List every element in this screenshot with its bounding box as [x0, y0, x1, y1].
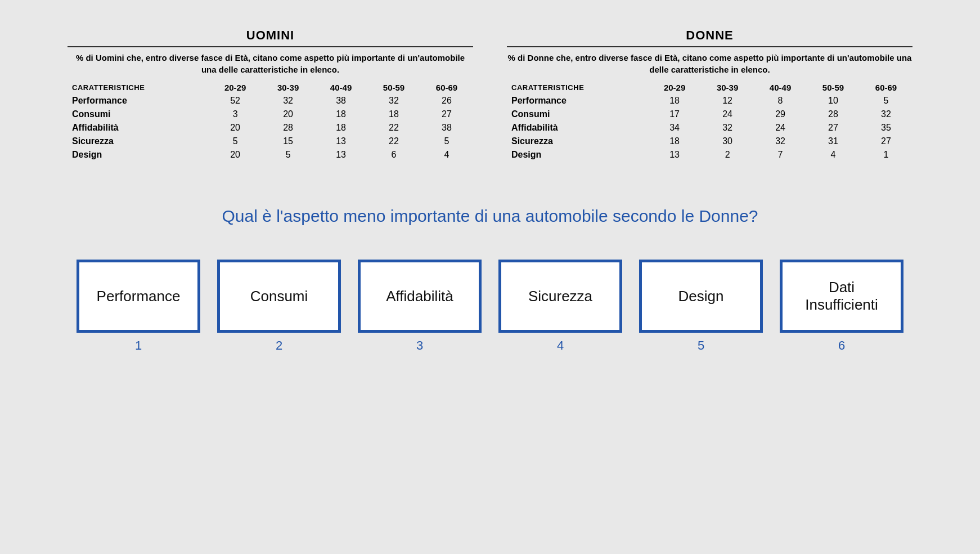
row-v3: 18: [314, 108, 367, 121]
row-v1: 17: [648, 108, 701, 121]
uomini-header-4049: 40-49: [314, 81, 367, 94]
row-v2: 30: [701, 135, 754, 148]
donne-header-3039: 30-39: [701, 81, 754, 94]
table-row: Sicurezza 18 30 32 31 27: [507, 135, 912, 148]
donne-header-caratteristiche: CARATTERISTICHE: [507, 81, 648, 94]
row-v1: 34: [648, 121, 701, 135]
row-v5: 38: [420, 121, 473, 135]
row-v3: 29: [754, 108, 807, 121]
row-v1: 3: [209, 108, 262, 121]
row-v2: 15: [262, 135, 314, 148]
uomini-subtitle: % di Uomini che, entro diverse fasce di …: [68, 52, 473, 75]
row-v5: 27: [420, 108, 473, 121]
answer-button-2[interactable]: Consumi: [217, 260, 341, 333]
uomini-header-6069: 60-69: [420, 81, 473, 94]
table-row: Design 20 5 13 6 4: [68, 148, 473, 162]
row-label: Sicurezza: [507, 135, 648, 148]
answer-item: Design5: [639, 260, 763, 353]
row-v4: 31: [807, 135, 860, 148]
question-section: Qual è l'aspetto meno importante di una …: [68, 207, 912, 226]
donne-header-2029: 20-29: [648, 81, 701, 94]
row-v3: 32: [754, 135, 807, 148]
donne-section: DONNE % di Donne che, entro diverse fasc…: [507, 28, 912, 162]
row-v5: 5: [860, 94, 912, 108]
answer-item: DatiInsufficienti6: [780, 260, 903, 353]
row-v1: 13: [648, 148, 701, 162]
row-label: Affidabilità: [68, 121, 209, 135]
question-text: Qual è l'aspetto meno importante di una …: [68, 207, 912, 226]
answer-number: 4: [557, 338, 564, 353]
uomini-title: UOMINI: [68, 28, 473, 47]
row-v4: 28: [807, 108, 860, 121]
row-label: Performance: [507, 94, 648, 108]
donne-title: DONNE: [507, 28, 912, 47]
row-v1: 5: [209, 135, 262, 148]
row-v5: 26: [420, 94, 473, 108]
row-v2: 28: [262, 121, 314, 135]
row-v5: 5: [420, 135, 473, 148]
answer-item: Consumi2: [217, 260, 341, 353]
answer-button-5[interactable]: Design: [639, 260, 763, 333]
uomini-header-caratteristiche: CARATTERISTICHE: [68, 81, 209, 94]
row-v2: 24: [701, 108, 754, 121]
row-label: Sicurezza: [68, 135, 209, 148]
table-row: Design 13 2 7 4 1: [507, 148, 912, 162]
row-v4: 18: [367, 108, 420, 121]
row-v4: 4: [807, 148, 860, 162]
table-row: Affidabilità 20 28 18 22 38: [68, 121, 473, 135]
row-v5: 35: [860, 121, 912, 135]
row-v3: 18: [314, 121, 367, 135]
table-row: Consumi 17 24 29 28 32: [507, 108, 912, 121]
donne-header-6069: 60-69: [860, 81, 912, 94]
donne-header-5059: 50-59: [807, 81, 860, 94]
table-row: Consumi 3 20 18 18 27: [68, 108, 473, 121]
answers-section: Performance1Consumi2Affidabilità3Sicurez…: [68, 260, 912, 353]
table-row: Performance 18 12 8 10 5: [507, 94, 912, 108]
answer-button-4[interactable]: Sicurezza: [498, 260, 622, 333]
row-label: Design: [68, 148, 209, 162]
row-v3: 13: [314, 135, 367, 148]
table-row: Affidabilità 34 32 24 27 35: [507, 121, 912, 135]
row-v4: 32: [367, 94, 420, 108]
uomini-header-3039: 30-39: [262, 81, 314, 94]
donne-header-4049: 40-49: [754, 81, 807, 94]
tables-wrapper: UOMINI % di Uomini che, entro diverse fa…: [68, 28, 912, 162]
answer-number: 3: [416, 338, 423, 353]
row-label: Consumi: [507, 108, 648, 121]
row-label: Consumi: [68, 108, 209, 121]
row-v4: 27: [807, 121, 860, 135]
answer-item: Performance1: [77, 260, 200, 353]
row-v1: 52: [209, 94, 262, 108]
row-v5: 4: [420, 148, 473, 162]
answer-number: 6: [838, 338, 845, 353]
uomini-header-5059: 50-59: [367, 81, 420, 94]
row-v1: 20: [209, 121, 262, 135]
answer-button-1[interactable]: Performance: [77, 260, 200, 333]
row-v5: 27: [860, 135, 912, 148]
answer-number: 1: [135, 338, 142, 353]
row-v2: 2: [701, 148, 754, 162]
row-v4: 22: [367, 121, 420, 135]
answer-number: 2: [276, 338, 282, 353]
row-v3: 38: [314, 94, 367, 108]
row-v2: 12: [701, 94, 754, 108]
main-container: UOMINI % di Uomini che, entro diverse fa…: [0, 0, 980, 370]
row-label: Affidabilità: [507, 121, 648, 135]
row-v3: 13: [314, 148, 367, 162]
row-v5: 32: [860, 108, 912, 121]
uomini-table: CARATTERISTICHE 20-29 30-39 40-49 50-59 …: [68, 81, 473, 162]
row-v4: 22: [367, 135, 420, 148]
row-v1: 18: [648, 135, 701, 148]
row-v5: 1: [860, 148, 912, 162]
table-row: Sicurezza 5 15 13 22 5: [68, 135, 473, 148]
donne-subtitle: % di Donne che, entro diverse fasce di E…: [507, 52, 912, 75]
answer-item: Sicurezza4: [498, 260, 622, 353]
table-row: Performance 52 32 38 32 26: [68, 94, 473, 108]
row-label: Design: [507, 148, 648, 162]
answer-button-3[interactable]: Affidabilità: [358, 260, 482, 333]
row-label: Performance: [68, 94, 209, 108]
row-v2: 5: [262, 148, 314, 162]
uomini-section: UOMINI % di Uomini che, entro diverse fa…: [68, 28, 473, 162]
answer-button-6[interactable]: DatiInsufficienti: [780, 260, 903, 333]
row-v2: 32: [701, 121, 754, 135]
